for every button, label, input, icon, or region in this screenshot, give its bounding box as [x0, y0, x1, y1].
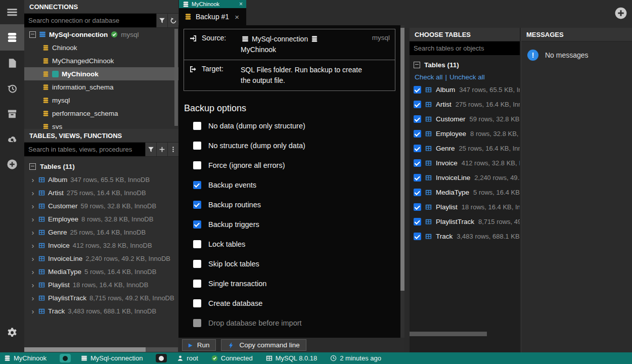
table-row[interactable]: ›Genre25 rows, 16.4 KB, InnoDB: [24, 225, 178, 239]
chevron-right-icon[interactable]: ›: [30, 281, 35, 289]
connections-refresh-button[interactable]: [167, 14, 178, 27]
table-checkbox[interactable]: [414, 159, 421, 167]
database-row[interactable]: MyChangedChinook: [24, 54, 178, 67]
choose-tables-group-row[interactable]: Tables (11): [410, 58, 520, 71]
sidebar-item-databases[interactable]: [0, 24, 24, 51]
table-checkbox[interactable]: [414, 86, 421, 94]
option-row[interactable]: Backup routines: [178, 195, 400, 214]
database-row[interactable]: sys: [24, 120, 178, 129]
tab-close-icon[interactable]: ×: [235, 13, 239, 21]
chevron-right-icon[interactable]: ›: [30, 215, 35, 223]
tab-backup[interactable]: Backup #1 ×: [179, 8, 246, 25]
database-row[interactable]: Chinook: [24, 41, 178, 54]
collapse-icon[interactable]: [29, 163, 36, 170]
database-row-selected[interactable]: MyChinook: [24, 67, 178, 80]
table-checkbox[interactable]: [414, 115, 421, 123]
tables-more-button[interactable]: [167, 143, 178, 156]
option-row[interactable]: No structure (dump only data): [178, 135, 400, 155]
tables-filter-button[interactable]: [145, 143, 156, 156]
choose-table-row[interactable]: Genre25 rows, 16.4 KB, InnoDB: [410, 141, 520, 156]
table-checkbox[interactable]: [414, 203, 421, 211]
table-checkbox[interactable]: [414, 130, 421, 138]
checkbox-lock-tables[interactable]: [193, 240, 201, 248]
connections-scrollbar-thumb[interactable]: [174, 29, 178, 126]
connection-color-swatch[interactable]: [156, 354, 167, 362]
choose-table-row[interactable]: InvoiceLine2,240 rows, 49.2 KB, InnoDB: [410, 170, 520, 185]
statusbar-database[interactable]: MyChinook: [4, 354, 47, 362]
tables-search-input[interactable]: [24, 143, 145, 156]
table-checkbox[interactable]: [414, 145, 421, 152]
menu-button[interactable]: [0, 0, 24, 24]
database-row[interactable]: mysql: [24, 94, 178, 107]
collapse-icon[interactable]: [414, 62, 420, 68]
statusbar-connection[interactable]: MySql-connection: [81, 354, 143, 362]
table-row[interactable]: ›MediaType5 rows, 16.4 KB, InnoDB: [24, 265, 178, 278]
statusbar-refresh[interactable]: 2 minutes ago: [330, 354, 381, 362]
choose-table-row[interactable]: Invoice412 rows, 32.8 KB, InnoDB: [410, 156, 520, 170]
sidebar-item-cloud-search[interactable]: [0, 126, 24, 152]
tables-add-button[interactable]: [156, 143, 167, 156]
connections-search-input[interactable]: [24, 14, 156, 27]
chevron-right-icon[interactable]: ›: [30, 254, 35, 263]
checkbox-backup-routines[interactable]: [193, 201, 201, 209]
database-row[interactable]: performance_schema: [24, 107, 178, 120]
chevron-right-icon[interactable]: ›: [30, 202, 35, 210]
checkbox-backup-events[interactable]: [193, 181, 201, 189]
choose-table-row[interactable]: Track3,483 rows, 688.1 KB, InnoDB: [410, 229, 520, 244]
chevron-right-icon[interactable]: ›: [30, 189, 35, 197]
table-checkbox[interactable]: [414, 233, 421, 240]
new-tab-plus-button[interactable]: [614, 7, 627, 20]
table-row[interactable]: ›PlaylistTrack8,715 rows, 49.2 KB, InnoD…: [24, 291, 178, 304]
option-row[interactable]: Single transaction: [178, 274, 400, 293]
table-row[interactable]: ›Track3,483 rows, 688.1 KB, InnoDB: [24, 304, 178, 317]
choose-table-row[interactable]: Customer59 rows, 32.8 KB, InnoDB: [410, 112, 520, 126]
option-row[interactable]: Force (ignore all errors): [178, 155, 400, 175]
collapse-icon[interactable]: [29, 31, 36, 38]
table-row[interactable]: ›Employee8 rows, 32.8 KB, InnoDB: [24, 212, 178, 225]
chevron-right-icon[interactable]: ›: [30, 241, 35, 250]
option-row[interactable]: Create database: [178, 293, 400, 313]
choose-table-row[interactable]: Employee8 rows, 32.8 KB, InnoDB: [410, 126, 520, 141]
scrollbar-thumb[interactable]: [400, 28, 404, 291]
checkbox-skip-lock-tables[interactable]: [193, 260, 201, 268]
database-row[interactable]: information_schema: [24, 80, 178, 94]
option-row[interactable]: No data (dump only structure): [178, 116, 400, 135]
option-row[interactable]: Lock tables: [178, 234, 400, 254]
choose-table-row[interactable]: MediaType5 rows, 16.4 KB, InnoDB: [410, 185, 520, 200]
chevron-right-icon[interactable]: ›: [30, 228, 35, 237]
choose-table-row[interactable]: Album347 rows, 65.5 KB, InnoDB: [410, 82, 520, 97]
sidebar-item-archive[interactable]: [0, 101, 24, 126]
chevron-right-icon[interactable]: ›: [30, 175, 35, 184]
table-checkbox[interactable]: [414, 101, 421, 108]
database-color-swatch[interactable]: [60, 354, 71, 362]
check-all-link[interactable]: Check all: [415, 73, 443, 81]
table-row[interactable]: ›Album347 rows, 65.5 KB, InnoDB: [24, 173, 178, 186]
scrollbar-thumb[interactable]: [24, 347, 146, 352]
tables-group-row[interactable]: Tables (11): [24, 160, 178, 173]
table-row[interactable]: ›Playlist18 rows, 16.4 KB, InnoDB: [24, 278, 178, 291]
sidebar-item-add-connection[interactable]: [0, 152, 24, 177]
connections-filter-button[interactable]: [156, 14, 167, 27]
chevron-right-icon[interactable]: ›: [30, 267, 35, 276]
backup-scrollbar[interactable]: [400, 25, 404, 338]
checkbox-create-database[interactable]: [193, 299, 201, 307]
settings-button[interactable]: [0, 320, 24, 345]
sidebar-item-files[interactable]: [0, 51, 24, 76]
table-checkbox[interactable]: [414, 174, 421, 181]
table-row[interactable]: ›Customer59 rows, 32.8 KB, InnoDB: [24, 199, 178, 212]
table-row[interactable]: ›InvoiceLine2,240 rows, 49.2 KB, InnoDB: [24, 252, 178, 265]
copy-command-line-button[interactable]: Copy command line: [221, 339, 306, 351]
choose-table-row[interactable]: Playlist18 rows, 16.4 KB, InnoDB: [410, 200, 520, 214]
choose-tables-horizontal-scrollbar-thumb[interactable]: [410, 332, 487, 336]
option-row[interactable]: Skip lock tables: [178, 254, 400, 274]
table-row[interactable]: ›Invoice412 rows, 32.8 KB, InnoDB: [24, 239, 178, 252]
table-checkbox[interactable]: [414, 218, 421, 225]
option-row[interactable]: Backup events: [178, 175, 400, 195]
checkbox-single-transaction[interactable]: [193, 280, 201, 288]
left-pane-horizontal-scrollbar[interactable]: [24, 347, 178, 352]
checkbox-force[interactable]: [193, 161, 201, 169]
choose-table-row[interactable]: PlaylistTrack8,715 rows, 49.2 KB, InnoDB: [410, 214, 520, 229]
choose-tables-search-input[interactable]: [410, 41, 520, 55]
panel-splitter[interactable]: [404, 28, 410, 352]
tab-group-header[interactable]: MyChinook ×: [179, 0, 246, 8]
